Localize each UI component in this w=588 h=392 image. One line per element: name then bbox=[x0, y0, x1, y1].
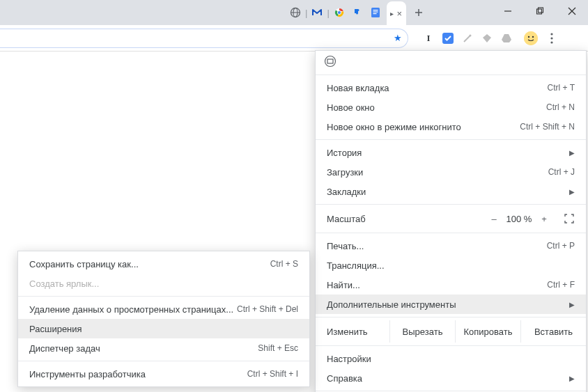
menu-incognito[interactable]: Новое окно в режиме инкогнитоCtrl + Shif… bbox=[316, 117, 586, 136]
main-menu-button[interactable] bbox=[543, 30, 560, 47]
svg-point-20 bbox=[524, 31, 538, 45]
svg-point-19 bbox=[470, 34, 472, 36]
menu-find[interactable]: Найти...Ctrl + F bbox=[316, 275, 586, 295]
tab-strip: | | ▸ × bbox=[0, 0, 588, 25]
menu-more-tools[interactable]: Дополнительные инструменты▶ bbox=[316, 295, 586, 314]
window-maximize-button[interactable] bbox=[524, 0, 556, 22]
window-close-button[interactable] bbox=[556, 0, 588, 22]
main-menu: Новая вкладкаCtrl + T Новое окноCtrl + N… bbox=[315, 50, 587, 392]
menu-cast[interactable]: Трансляция... bbox=[316, 256, 586, 275]
svg-point-24 bbox=[550, 37, 552, 39]
edit-cut[interactable]: Вырезать bbox=[389, 320, 455, 343]
extension-wand-icon[interactable] bbox=[461, 32, 474, 45]
submenu-save-as[interactable]: Сохранить страницу как...Ctrl + S bbox=[18, 254, 309, 274]
zoom-in-button[interactable]: + bbox=[536, 214, 552, 224]
menu-downloads[interactable]: ЗагрузкиCtrl + J bbox=[316, 162, 586, 182]
svg-rect-9 bbox=[373, 13, 376, 14]
malwarebytes-icon[interactable] bbox=[311, 7, 323, 18]
edit-copy[interactable]: Копировать bbox=[455, 320, 520, 343]
puzzle-icon[interactable] bbox=[352, 7, 363, 18]
docs-icon[interactable] bbox=[370, 7, 381, 18]
submenu-dev-tools[interactable]: Инструменты разработчикаCtrl + Shift + I bbox=[18, 364, 309, 384]
window-minimize-button[interactable] bbox=[492, 0, 524, 22]
extension-drive-icon[interactable] bbox=[500, 32, 513, 45]
svg-rect-6 bbox=[371, 8, 380, 17]
menu-edit-row: Изменить Вырезать Копировать Вставить bbox=[316, 320, 586, 343]
globe-icon[interactable] bbox=[290, 7, 301, 18]
svg-point-23 bbox=[550, 33, 552, 35]
submenu-task-manager[interactable]: Диспетчер задачShift + Esc bbox=[18, 338, 309, 358]
menu-print[interactable]: Печать...Ctrl + P bbox=[316, 236, 586, 256]
new-tab-button[interactable] bbox=[409, 3, 428, 22]
menu-new-tab[interactable]: Новая вкладкаCtrl + T bbox=[316, 78, 586, 97]
submenu-create-shortcut: Создать ярлык... bbox=[18, 274, 309, 293]
menu-help[interactable]: Справка▶ bbox=[316, 368, 586, 388]
svg-point-21 bbox=[528, 36, 529, 37]
extension-check-icon[interactable] bbox=[442, 32, 454, 45]
profile-avatar[interactable] bbox=[524, 31, 538, 45]
svg-rect-27 bbox=[327, 59, 333, 63]
submenu-clear-data[interactable]: Удаление данных о просмотренных страница… bbox=[18, 299, 309, 319]
menu-zoom: Масштаб – 100 % + bbox=[316, 207, 586, 230]
tab-favicon: ▸ bbox=[390, 10, 394, 17]
svg-point-22 bbox=[532, 36, 534, 37]
chrome-icon[interactable] bbox=[334, 7, 345, 18]
svg-point-25 bbox=[550, 41, 552, 43]
zoom-value: 100 % bbox=[502, 214, 536, 224]
submenu-extensions[interactable]: Расширения bbox=[18, 319, 309, 338]
active-tab[interactable]: ▸ × bbox=[387, 1, 406, 25]
toolbar: ★ I bbox=[0, 25, 588, 52]
svg-rect-14 bbox=[539, 8, 543, 13]
org-header bbox=[316, 51, 586, 72]
menu-new-window[interactable]: Новое окноCtrl + N bbox=[316, 97, 586, 117]
menu-history[interactable]: История▶ bbox=[316, 143, 586, 162]
tab-close-icon[interactable]: × bbox=[396, 8, 402, 19]
address-bar[interactable]: ★ bbox=[0, 29, 408, 48]
svg-line-18 bbox=[464, 36, 470, 42]
zoom-out-button[interactable]: – bbox=[486, 214, 502, 224]
org-icon bbox=[324, 55, 336, 68]
extension-diamond-icon[interactable] bbox=[481, 32, 493, 45]
extension-instapaper-icon[interactable]: I bbox=[422, 32, 435, 45]
more-tools-submenu: Сохранить страницу как...Ctrl + S Создат… bbox=[17, 251, 310, 387]
edit-paste[interactable]: Вставить bbox=[520, 320, 586, 343]
bookmark-star-icon[interactable]: ★ bbox=[394, 33, 402, 43]
separator: | bbox=[305, 8, 307, 18]
svg-rect-7 bbox=[373, 10, 378, 10]
svg-point-26 bbox=[325, 56, 336, 67]
menu-settings[interactable]: Настройки bbox=[316, 349, 586, 368]
fullscreen-button[interactable] bbox=[561, 214, 578, 224]
separator: | bbox=[327, 8, 329, 18]
svg-rect-13 bbox=[537, 9, 542, 14]
svg-rect-8 bbox=[373, 12, 378, 13]
menu-bookmarks[interactable]: Закладки▶ bbox=[316, 182, 586, 201]
